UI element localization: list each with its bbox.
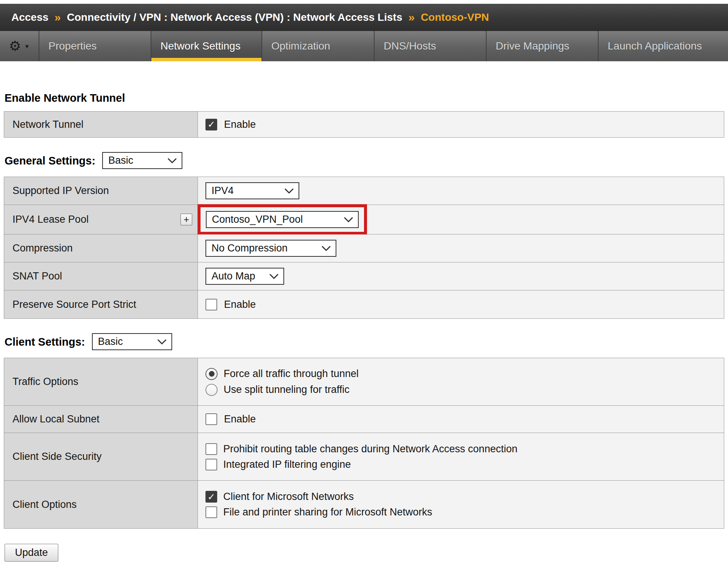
row-allow-local-subnet: Allow Local Subnet ✓ Enable: [4, 406, 724, 433]
tab-network-settings[interactable]: Network Settings: [151, 31, 262, 61]
tab-bar: ⚙ ▼ Properties Network Settings Optimiza…: [0, 31, 728, 61]
tab-launch-applications[interactable]: Launch Applications: [599, 31, 728, 61]
row-supported-ip-version: Supported IP Version IPV4: [4, 177, 724, 205]
row-value-cell: No Compression: [198, 234, 724, 262]
network-tunnel-table: Network Tunnel ✓ Enable: [4, 111, 724, 138]
general-settings-table: Supported IP Version IPV4 IPV4 Lease Poo…: [4, 177, 724, 319]
client-settings-mode-select[interactable]: Basic: [92, 333, 172, 350]
breadcrumb-root-access[interactable]: Access: [11, 11, 48, 23]
checkbox-label: Prohibit routing table changes during Ne…: [223, 443, 517, 455]
row-label: Allow Local Subnet: [12, 413, 100, 425]
tab-label: Launch Applications: [608, 40, 702, 52]
tab-optimization[interactable]: Optimization: [262, 31, 375, 61]
client-settings-header: Client Settings: Basic: [5, 333, 724, 350]
section-heading-client-settings: Client Settings:: [5, 335, 85, 348]
settings-menu-button[interactable]: ⚙ ▼: [0, 31, 39, 61]
row-label-cell: Supported IP Version: [4, 177, 198, 205]
row-value-cell: Contoso_VPN_Pool: [198, 205, 724, 234]
row-value-cell: ✓ Enable: [198, 112, 724, 137]
row-label: Client Options: [12, 499, 77, 511]
breadcrumb-separator-icon: »: [408, 11, 415, 24]
select-value: Basic: [98, 336, 123, 348]
option-row: ✓ File and printer sharing for Microsoft…: [205, 506, 432, 518]
row-label: Preserve Source Port Strict: [12, 299, 136, 310]
row-label-cell: Client Side Security: [4, 433, 198, 480]
gear-icon: ⚙: [9, 39, 21, 53]
allow-local-subnet-checkbox[interactable]: ✓: [205, 413, 217, 425]
split-tunneling-radio[interactable]: [205, 384, 218, 396]
breadcrumb: Access » Connectivity / VPN : Network Ac…: [0, 4, 728, 31]
chevron-down-icon: [167, 158, 177, 164]
chevron-down-icon: [284, 188, 294, 194]
select-value: IPV4: [212, 185, 234, 197]
radio-label: Force all traffic through tunnel: [224, 368, 359, 380]
row-label: IPV4 Lease Pool: [12, 214, 89, 225]
tab-drive-mappings[interactable]: Drive Mappings: [487, 31, 599, 61]
chevron-down-icon: [321, 245, 331, 251]
general-settings-mode-select[interactable]: Basic: [102, 152, 182, 169]
tab-label: Optimization: [271, 40, 330, 52]
row-value-cell: ✓ Enable: [198, 406, 724, 433]
breadcrumb-current-item: Contoso-VPN: [421, 11, 489, 23]
row-label-cell: Allow Local Subnet: [4, 406, 198, 433]
row-label-cell: SNAT Pool: [4, 262, 198, 290]
row-label-cell: Client Options: [4, 481, 198, 528]
select-value: Auto Map: [212, 270, 255, 282]
compression-select[interactable]: No Compression: [205, 240, 336, 257]
row-preserve-source-port-strict: Preserve Source Port Strict ✓ Enable: [4, 290, 724, 318]
checkbox-label: Enable: [224, 299, 256, 310]
radio-dot: [209, 371, 215, 377]
row-label-cell: Preserve Source Port Strict: [4, 290, 198, 318]
row-label: Network Tunnel: [12, 119, 84, 130]
check-icon: ✓: [207, 492, 215, 501]
force-all-traffic-radio[interactable]: [205, 368, 218, 380]
integrated-ip-filtering-checkbox[interactable]: ✓: [205, 459, 217, 470]
radio-label: Use split tunneling for traffic: [224, 384, 350, 396]
section-heading-enable-network-tunnel: Enable Network Tunnel: [5, 92, 724, 104]
row-label-cell: IPV4 Lease Pool +: [4, 205, 198, 234]
select-value: Contoso_VPN_Pool: [212, 214, 303, 225]
row-label-cell: Traffic Options: [4, 358, 198, 405]
row-label: Traffic Options: [12, 376, 78, 388]
client-for-microsoft-networks-checkbox[interactable]: ✓: [205, 491, 217, 503]
update-button[interactable]: Update: [5, 544, 58, 562]
row-label: Client Side Security: [12, 451, 102, 462]
tab-properties[interactable]: Properties: [39, 31, 151, 61]
file-and-printer-sharing-checkbox[interactable]: ✓: [205, 506, 217, 518]
option-row: ✓ Prohibit routing table changes during …: [205, 443, 517, 455]
row-client-side-security: Client Side Security ✓ Prohibit routing …: [4, 433, 724, 481]
ipv4-lease-pool-select[interactable]: Contoso_VPN_Pool: [206, 211, 359, 228]
row-label: Supported IP Version: [12, 185, 109, 197]
select-value: Basic: [108, 155, 133, 166]
prohibit-routing-table-changes-checkbox[interactable]: ✓: [205, 443, 217, 455]
tab-label: DNS/Hosts: [384, 40, 436, 52]
row-label: SNAT Pool: [12, 270, 62, 282]
chevron-down-icon: [344, 217, 353, 223]
row-snat-pool: SNAT Pool Auto Map: [4, 262, 724, 290]
chevron-down-icon: [269, 273, 279, 279]
select-value: No Compression: [212, 242, 288, 254]
checkbox-label: File and printer sharing for Microsoft N…: [223, 506, 432, 518]
tab-label: Properties: [48, 40, 97, 52]
row-label: Compression: [12, 242, 73, 254]
option-row: ✓ Integrated IP filtering engine: [205, 459, 351, 470]
tab-dns-hosts[interactable]: DNS/Hosts: [375, 31, 487, 61]
supported-ip-version-select[interactable]: IPV4: [205, 182, 299, 199]
row-value-cell: ✓ Client for Microsoft Networks ✓ File a…: [198, 481, 724, 528]
row-network-tunnel: Network Tunnel ✓ Enable: [4, 112, 724, 137]
row-traffic-options: Traffic Options Force all traffic throug…: [4, 358, 724, 406]
preserve-source-port-strict-checkbox[interactable]: ✓: [205, 299, 217, 310]
option-row: Use split tunneling for traffic: [205, 384, 350, 396]
client-settings-table: Traffic Options Force all traffic throug…: [4, 358, 724, 529]
row-value-cell: Auto Map: [198, 262, 724, 290]
tab-label: Network Settings: [160, 40, 241, 52]
row-compression: Compression No Compression: [4, 234, 724, 262]
snat-pool-select[interactable]: Auto Map: [205, 268, 284, 285]
add-lease-pool-button[interactable]: +: [180, 214, 192, 225]
network-tunnel-enable-checkbox[interactable]: ✓: [205, 119, 217, 130]
breadcrumb-path[interactable]: Connectivity / VPN : Network Access (VPN…: [67, 11, 402, 23]
check-icon: ✓: [207, 120, 215, 129]
row-client-options: Client Options ✓ Client for Microsoft Ne…: [4, 481, 724, 528]
breadcrumb-separator-icon: »: [54, 11, 61, 24]
row-ipv4-lease-pool: IPV4 Lease Pool + Contoso_VPN_Pool: [4, 205, 724, 234]
